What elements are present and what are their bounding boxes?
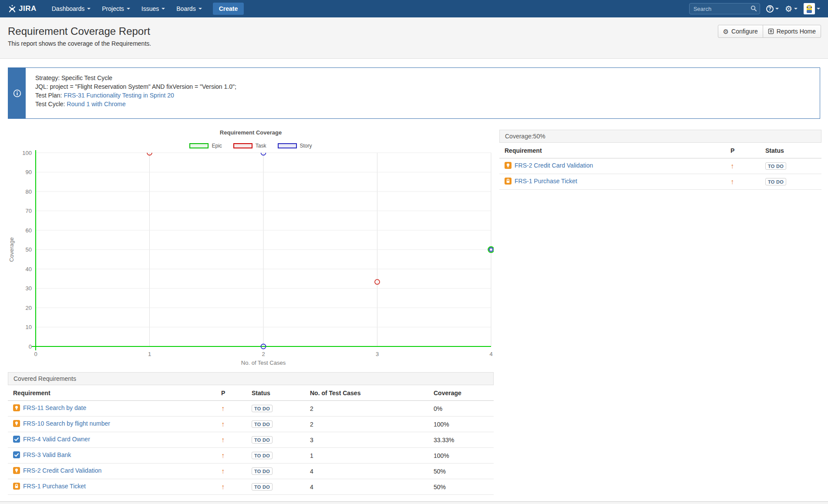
covered-requirements-bar: Covered Requirements bbox=[8, 372, 494, 385]
page-subtitle: This report shows the coverage of the Re… bbox=[8, 40, 820, 47]
legend-label: Story bbox=[300, 143, 312, 149]
create-button[interactable]: Create bbox=[213, 3, 244, 15]
coverage-chart-svg: 012340102030405060708090100CoverageNo. o… bbox=[8, 150, 494, 367]
chart-legend: EpicTaskStory bbox=[8, 142, 494, 150]
help-icon: ? bbox=[766, 5, 774, 13]
col-requirement: Requirement bbox=[8, 385, 216, 401]
requirement-link[interactable]: FRS-11 Search by date bbox=[13, 404, 86, 411]
covered-requirements-table: Requirement P Status No. of Test Cases C… bbox=[8, 385, 494, 495]
requirement-text: FRS-2 Credit Card Validation bbox=[23, 467, 101, 474]
svg-text:4: 4 bbox=[489, 351, 492, 357]
coverage-summary-rows: FRS-2 Credit Card Validation↑TO DOFRS-1 … bbox=[499, 158, 821, 190]
info-link[interactable]: FRS-31 Functionality Testing in Sprint 2… bbox=[64, 92, 174, 99]
status-badge: TO DO bbox=[252, 452, 273, 459]
test-case-count: 4 bbox=[305, 464, 428, 479]
priority-up-icon: ↑ bbox=[221, 436, 225, 444]
improvement-bulb-icon bbox=[13, 404, 20, 411]
requirement-link[interactable]: FRS-10 Search by flight number bbox=[13, 420, 110, 427]
svg-text:80: 80 bbox=[26, 188, 32, 195]
svg-text:No. of Test Cases: No. of Test Cases bbox=[241, 360, 286, 366]
svg-text:60: 60 bbox=[26, 227, 32, 234]
info-label: Test Cycle: bbox=[35, 101, 67, 108]
chart-title: Requirement Coverage bbox=[8, 129, 494, 136]
status-badge: TO DO bbox=[252, 467, 273, 475]
requirement-link[interactable]: FRS-1 Purchase Ticket bbox=[13, 483, 86, 490]
coverage-summary-panel: Coverage:50% Requirement P Status FRS-2 … bbox=[499, 130, 821, 190]
svg-text:3: 3 bbox=[376, 351, 379, 357]
svg-text:20: 20 bbox=[26, 305, 32, 311]
info-line: Test Plan: FRS-31 Functionality Testing … bbox=[35, 91, 236, 100]
legend-swatch-icon bbox=[278, 143, 297, 148]
requirement-link[interactable]: FRS-2 Credit Card Validation bbox=[505, 162, 593, 169]
covered-requirements-section: Covered Requirements Requirement P Statu… bbox=[8, 372, 494, 495]
col-status: Status bbox=[760, 143, 821, 158]
svg-text:90: 90 bbox=[26, 169, 32, 175]
improvement-bulb-icon bbox=[505, 162, 512, 169]
requirement-text: FRS-1 Purchase Ticket bbox=[23, 483, 86, 490]
user-menu[interactable] bbox=[804, 3, 820, 14]
requirement-link[interactable]: FRS-4 Valid Card Owner bbox=[13, 436, 90, 443]
covered-requirements-rows: FRS-11 Search by date↑TO DO20%FRS-10 Sea… bbox=[8, 401, 494, 495]
svg-text:0: 0 bbox=[29, 343, 32, 350]
task-check-icon bbox=[13, 436, 20, 443]
table-row: FRS-2 Credit Card Validation↑TO DO450% bbox=[8, 464, 494, 479]
requirement-text: FRS-10 Search by flight number bbox=[23, 420, 110, 427]
info-link[interactable]: Round 1 with Chrome bbox=[67, 101, 125, 108]
task-check-icon bbox=[13, 451, 20, 458]
improvement-bulb-icon bbox=[13, 420, 20, 427]
status-badge: TO DO bbox=[252, 420, 273, 428]
requirement-text: FRS-4 Valid Card Owner bbox=[23, 436, 90, 443]
search-input[interactable] bbox=[689, 3, 760, 14]
requirement-link[interactable]: FRS-1 Purchase Ticket bbox=[505, 178, 577, 185]
info-label: JQL: bbox=[35, 83, 50, 90]
status-badge: TO DO bbox=[252, 483, 273, 491]
page-header: Requirement Coverage Report This report … bbox=[0, 17, 828, 59]
table-row: FRS-4 Valid Card Owner↑TO DO333.33% bbox=[8, 432, 494, 448]
navbar-right: ? ⚙ bbox=[689, 3, 820, 14]
page: JIRA Dashboards Projects Issues Boards C… bbox=[0, 0, 828, 504]
table-row: FRS-10 Search by flight number↑TO DO2100… bbox=[8, 417, 494, 432]
coverage-value: 100% bbox=[428, 448, 494, 464]
legend-item: Story bbox=[278, 143, 312, 149]
table-row: FRS-1 Purchase Ticket↑TO DO bbox=[499, 174, 821, 190]
nav-dashboards[interactable]: Dashboards bbox=[46, 0, 97, 17]
nav-boards[interactable]: Boards bbox=[171, 0, 207, 17]
col-priority: P bbox=[216, 385, 246, 401]
test-case-count: 3 bbox=[305, 432, 428, 448]
svg-text:2: 2 bbox=[262, 351, 265, 357]
coverage-chart: Requirement Coverage EpicTaskStory 01234… bbox=[8, 129, 494, 367]
requirement-text: FRS-11 Search by date bbox=[23, 404, 86, 411]
configure-button[interactable]: ⚙ Configure bbox=[718, 25, 763, 38]
jira-charlie-icon bbox=[8, 4, 17, 13]
table-row: FRS-11 Search by date↑TO DO20% bbox=[8, 401, 494, 417]
requirement-link[interactable]: FRS-3 Valid Bank bbox=[13, 451, 71, 458]
gear-icon: ⚙ bbox=[723, 28, 729, 35]
page-title: Requirement Coverage Report bbox=[8, 25, 820, 37]
reports-home-button[interactable]: Reports Home bbox=[763, 25, 821, 38]
svg-text:0: 0 bbox=[34, 351, 37, 357]
info-line: Test Cycle: Round 1 with Chrome bbox=[35, 100, 236, 108]
jira-wordmark: JIRA bbox=[19, 4, 37, 13]
purchase-lock-icon bbox=[13, 483, 20, 490]
footer-divider bbox=[0, 501, 828, 504]
admin-menu[interactable]: ⚙ bbox=[785, 5, 798, 13]
requirement-text: FRS-3 Valid Bank bbox=[23, 451, 71, 458]
svg-text:10: 10 bbox=[26, 324, 32, 330]
priority-up-icon: ↑ bbox=[221, 483, 225, 491]
help-menu[interactable]: ? bbox=[766, 5, 779, 13]
requirement-link[interactable]: FRS-2 Credit Card Validation bbox=[13, 467, 101, 474]
improvement-bulb-icon bbox=[13, 467, 20, 474]
table-row: FRS-2 Credit Card Validation↑TO DO bbox=[499, 158, 821, 174]
header-actions: ⚙ Configure Reports Home bbox=[718, 25, 821, 38]
jira-logo[interactable]: JIRA bbox=[8, 4, 37, 13]
legend-item: Task bbox=[233, 143, 266, 149]
chevron-down-icon bbox=[87, 8, 91, 10]
chevron-down-icon bbox=[817, 8, 820, 10]
nav-projects[interactable]: Projects bbox=[96, 0, 136, 17]
requirement-text: FRS-1 Purchase Ticket bbox=[515, 178, 577, 185]
status-badge: TO DO bbox=[252, 436, 273, 444]
nav-issues[interactable]: Issues bbox=[136, 0, 171, 17]
chevron-down-icon bbox=[794, 8, 798, 10]
search-icon[interactable] bbox=[751, 5, 757, 12]
top-navbar: JIRA Dashboards Projects Issues Boards C… bbox=[0, 0, 828, 17]
